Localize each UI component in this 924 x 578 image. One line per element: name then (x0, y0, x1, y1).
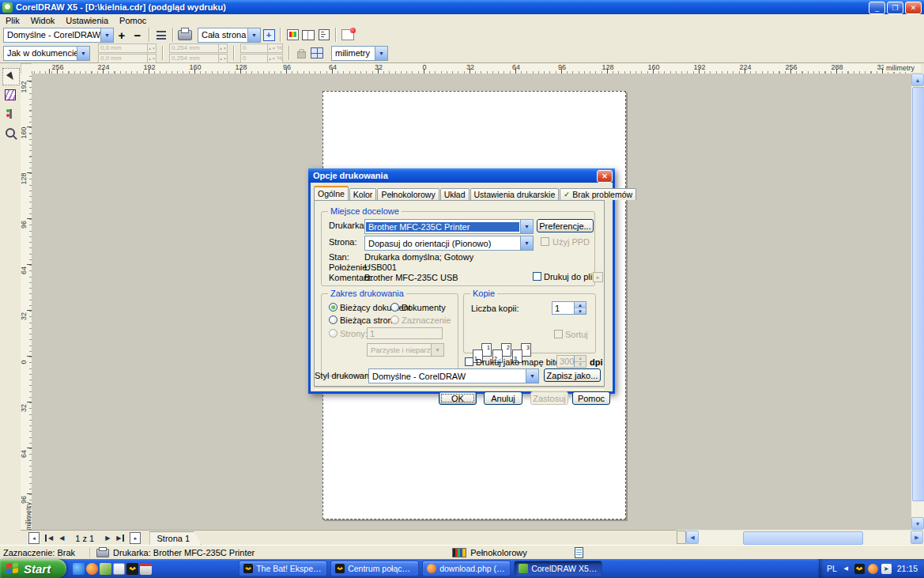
bitmap-dpi-spinner[interactable]: 300 ▲▼ (556, 355, 586, 368)
imposition-layout-tool-button[interactable] (2, 87, 18, 103)
zoom-to-page-button[interactable]: + (262, 28, 276, 42)
ok-button[interactable]: OK (439, 391, 477, 405)
first-page-button[interactable]: ◀ (45, 535, 56, 542)
taskbar-task[interactable]: Centrum połączeń (330, 561, 419, 576)
pick-tool-button[interactable] (2, 68, 20, 85)
dialog-tab[interactable]: Ogólne (314, 186, 349, 200)
chevron-down-icon[interactable]: ▼ (520, 236, 533, 250)
dialog-tab[interactable]: Kolor (349, 188, 377, 200)
save-as-button[interactable]: Zapisz jako... (544, 368, 601, 382)
tray-icon[interactable] (868, 564, 878, 574)
chevron-down-icon[interactable]: ▼ (375, 47, 387, 60)
scroll-down-button[interactable]: ▼ (911, 517, 924, 530)
menu-item[interactable]: Plik (0, 16, 25, 25)
scrollbar-split-handle[interactable] (677, 531, 686, 544)
quicklaunch-icon[interactable] (73, 563, 85, 575)
quicklaunch-icon[interactable] (126, 563, 138, 575)
menu-item[interactable]: Pomoc (114, 16, 152, 25)
minimize-button[interactable]: _ (869, 2, 885, 14)
page-match-combo[interactable]: Dopasuj do orientacji (Pionowo) ▼ (364, 236, 534, 251)
spin-down-icon[interactable]: ▼ (575, 308, 586, 314)
print-to-file-checkbox[interactable] (533, 272, 541, 281)
scroll-right-button[interactable]: ▶ (911, 531, 923, 544)
cancel-button[interactable]: Anuluj (484, 391, 522, 405)
taskbar-task[interactable]: CorelDRAW X5 - [D:\... (514, 561, 602, 576)
maintain-ratio-button[interactable] (294, 46, 308, 60)
dialog-tab[interactable]: Brak problemów (560, 188, 636, 200)
current-page-radio[interactable] (329, 315, 338, 324)
chevron-down-icon[interactable]: ▼ (77, 47, 89, 60)
apply-button[interactable]: Zastosuj (530, 391, 568, 405)
imposition-layout-button[interactable] (301, 28, 315, 42)
quicklaunch-icon[interactable] (113, 563, 125, 575)
pages-radio[interactable] (329, 329, 338, 338)
vertical-scrollbar[interactable]: ▲ ▼ (911, 74, 924, 530)
scroll-up-button[interactable]: ▲ (911, 74, 924, 86)
chevron-down-icon[interactable]: ▼ (526, 369, 538, 383)
selection-radio[interactable] (390, 315, 399, 324)
dialog-close-button[interactable]: ✕ (597, 170, 613, 183)
copies-spinner[interactable]: 1 ▲▼ (552, 301, 586, 315)
taskbar-task[interactable]: The Bat! Ekspert / Pro (239, 561, 327, 576)
marks-placement-tool-button[interactable] (2, 106, 18, 122)
vertical-ruler[interactable]: 1921601289664320326496 (21, 74, 32, 530)
horizontal-scroll-thumb[interactable] (743, 531, 863, 545)
menu-item[interactable]: Ustawienia (60, 16, 114, 25)
next-page-button[interactable]: ▶ (102, 535, 113, 542)
pages-field[interactable]: 1 (367, 327, 443, 339)
close-print-preview-button[interactable] (341, 28, 355, 42)
delete-print-style-button[interactable]: − (130, 28, 145, 42)
spin-down-icon[interactable]: ▼ (575, 361, 586, 368)
print-to-file-expander-button[interactable]: ▸ (593, 272, 603, 282)
enable-color-preview-button[interactable] (285, 28, 300, 42)
chevron-down-icon[interactable]: ▼ (520, 220, 533, 233)
print-options-button[interactable] (154, 28, 168, 42)
even-odd-combo[interactable]: Parzyste i nieparzyste ▼ (367, 343, 444, 357)
chevron-down-icon[interactable]: ▼ (100, 28, 113, 42)
documents-radio[interactable] (390, 303, 399, 312)
preferences-button[interactable]: Preferencje... (537, 219, 594, 232)
zoom-level-combo[interactable]: Cała strona ▼ (198, 28, 261, 43)
print-as-bitmap-checkbox[interactable] (465, 357, 473, 366)
printer-combo[interactable]: Brother MFC-235C Printer ▼ (364, 219, 534, 234)
help-button[interactable]: Pomoc (572, 391, 610, 405)
last-page-button[interactable]: ▶ (113, 535, 124, 542)
use-ppd-checkbox[interactable] (541, 237, 549, 246)
page-back-icon[interactable]: ◂ (28, 532, 40, 544)
dialog-tab[interactable]: Układ (440, 188, 470, 200)
dialog-title-bar[interactable]: Opcje drukowania ✕ (308, 168, 615, 183)
horizontal-ruler[interactable]: 2562241921601289664320326496128160192224… (32, 63, 911, 74)
quicklaunch-icon[interactable] (140, 563, 152, 575)
apply-to-all-pages-button[interactable] (310, 46, 324, 60)
add-print-style-button[interactable]: + (115, 28, 129, 42)
scroll-left-button[interactable]: ◀ (686, 531, 699, 544)
page-tab[interactable]: Strona 1 (149, 531, 202, 545)
tray-icon[interactable] (854, 564, 865, 574)
print-style-combo[interactable]: Domyślne - CorelDRAW ▼ (3, 28, 114, 43)
start-button[interactable]: Start (0, 559, 66, 578)
restore-button[interactable]: ❐ (887, 2, 903, 14)
marks-placement-button[interactable] (317, 28, 331, 42)
collate-checkbox[interactable] (554, 330, 563, 338)
taskbar-task[interactable]: download.php (Obraz... (422, 561, 511, 576)
menu-item[interactable]: Widok (25, 16, 61, 25)
spin-up-icon[interactable]: ▲ (575, 302, 586, 308)
image-position-combo[interactable]: Jak w dokumencie ▼ (3, 46, 90, 61)
print-style-dialog-combo[interactable]: Domyślne - CorelDRAW ▼ (368, 368, 539, 383)
vertical-scroll-thumb[interactable] (912, 87, 924, 501)
quicklaunch-icon[interactable] (100, 563, 111, 575)
tray-icon[interactable] (881, 564, 892, 574)
chevron-down-icon[interactable]: ▼ (247, 28, 260, 42)
chevron-down-icon[interactable]: ▼ (431, 344, 443, 356)
dialog-tab[interactable]: Pełnokolorowy (377, 188, 439, 200)
language-indicator[interactable]: PL (827, 564, 837, 573)
current-document-radio[interactable] (329, 303, 338, 312)
close-button[interactable]: ✕ (905, 2, 922, 14)
quicklaunch-icon[interactable] (86, 563, 98, 575)
horizontal-scrollbar[interactable]: ◀ ▶ (686, 531, 924, 544)
dialog-tab[interactable]: Ustawienia drukarskie (470, 188, 560, 200)
tray-icon[interactable] (841, 564, 851, 574)
previous-page-button[interactable]: ◀ (56, 535, 67, 542)
zoom-tool-button[interactable] (2, 125, 18, 141)
page-forward-icon[interactable]: ▸ (130, 532, 141, 544)
